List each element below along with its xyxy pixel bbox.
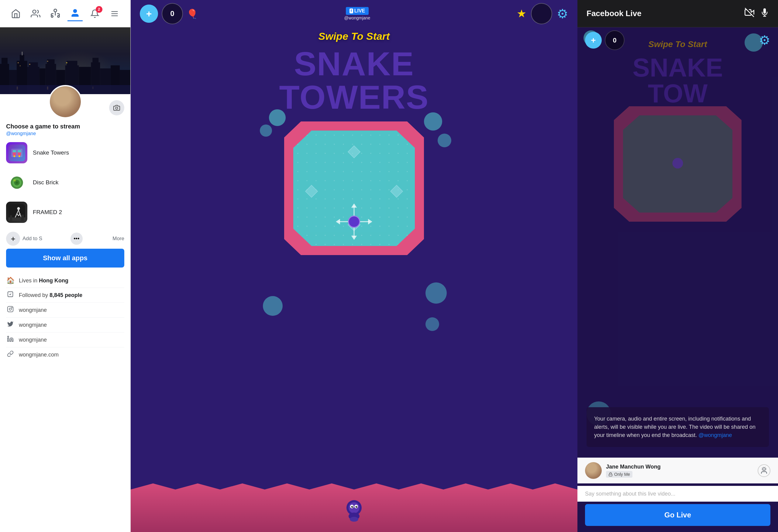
live-username: @wongmjane (344, 15, 371, 20)
svg-point-91 (763, 468, 766, 470)
game-item-framed-2[interactable]: FRAMED 2 (3, 197, 127, 227)
profile-username[interactable]: @wongmjane (6, 131, 124, 136)
middle-panel: + 0 🎈 f LIVE @wongmjane ★ ⚙ Swipe To Sta… (131, 0, 577, 532)
info-twitter[interactable]: wongmjane (6, 318, 124, 333)
game-icon-framed-2 (6, 202, 27, 223)
more-dots-button[interactable]: ••• (71, 233, 83, 245)
right-score-badge: 0 (605, 30, 625, 50)
right-panel: Facebook Live (577, 0, 778, 532)
nav-menu[interactable] (107, 6, 122, 21)
game-title-snake: SNAKE (131, 47, 577, 80)
cover-area (0, 27, 130, 118)
svg-rect-13 (22, 52, 22, 55)
svg-point-84 (357, 506, 357, 507)
svg-point-53 (17, 207, 20, 210)
plus-icon: + (6, 232, 20, 246)
camera-off-button[interactable] (745, 8, 754, 19)
add-shortcut-button[interactable]: + Add to S (6, 232, 42, 246)
svg-point-50 (15, 181, 18, 183)
description-input-area[interactable]: Say something about this live video... (577, 486, 778, 502)
svg-point-59 (9, 308, 11, 310)
svg-marker-66 (305, 185, 318, 197)
right-snake-ball (673, 158, 683, 169)
user-name: Jane Manchun Wong (606, 464, 758, 470)
user-info-row: Jane Manchun Wong Only Me (585, 462, 758, 479)
bottom-character (342, 499, 366, 523)
svg-point-4 (74, 9, 77, 13)
warning-link[interactable]: @wongmjane (698, 432, 732, 438)
svg-point-81 (351, 506, 353, 508)
svg-rect-21 (67, 61, 77, 66)
score-badge-right (531, 3, 552, 24)
twitter-handle: wongmjane (19, 322, 47, 328)
svg-point-86 (350, 517, 358, 522)
bottom-snake-svg (342, 499, 366, 523)
svg-marker-70 (351, 203, 357, 208)
game-icon-disc-brick (6, 172, 27, 193)
more-label: More (112, 236, 124, 242)
info-linkedin[interactable]: wongmjane (6, 333, 124, 347)
fb-live-header: Facebook Live (577, 0, 778, 27)
instagram-handle: wongmjane (19, 307, 47, 314)
right-add-button: + (585, 32, 602, 49)
privacy-selector[interactable]: Only Me (606, 471, 632, 478)
svg-rect-26 (66, 62, 67, 63)
info-website[interactable]: wongmjane.com (6, 347, 124, 362)
check-icon (6, 291, 15, 299)
notification-badge: 2 (96, 6, 102, 13)
game-name-disc-brick: Disc Brick (33, 179, 58, 186)
audience-button[interactable] (758, 464, 770, 477)
instagram-icon (6, 306, 15, 314)
nav-friends[interactable] (28, 6, 43, 21)
svg-marker-76 (368, 219, 372, 225)
svg-rect-61 (8, 338, 9, 341)
go-live-button[interactable]: Go Live (585, 504, 770, 526)
profile-avatar[interactable] (49, 85, 82, 118)
framed-2-icon (8, 204, 25, 221)
show-all-apps-button[interactable]: Show all apps (6, 249, 124, 268)
right-game-title: SNAKE TOW (577, 55, 778, 106)
svg-rect-34 (17, 87, 18, 90)
game-item-snake-towers[interactable]: Snake Towers (3, 138, 127, 168)
warning-overlay: Your camera, audio and entire screen, in… (587, 407, 769, 447)
description-placeholder: Say something about this live video... (585, 491, 675, 497)
svg-marker-72 (351, 236, 357, 240)
choose-game-title: Choose a game to stream (6, 123, 80, 130)
nav-notifications[interactable]: 2 (87, 6, 102, 21)
svg-rect-29 (92, 58, 98, 63)
profile-info: 🏠 Lives in Hong Kong Followed by 8,845 p… (0, 271, 130, 364)
bubble-4 (438, 134, 451, 147)
linkedin-handle: wongmjane (19, 337, 47, 343)
privacy-label: Only Me (614, 472, 630, 477)
svg-marker-67 (391, 185, 403, 197)
svg-marker-65 (348, 146, 360, 158)
svg-rect-58 (8, 306, 13, 312)
bubble-2 (260, 124, 272, 137)
user-row: Jane Manchun Wong Only Me (577, 458, 778, 483)
add-button[interactable]: + (140, 5, 158, 23)
nav-home[interactable] (8, 6, 23, 21)
info-followers: Followed by 8,845 people (6, 288, 124, 303)
left-panel: 2 (0, 0, 131, 532)
location-text: Lives in Hong Kong (19, 277, 68, 284)
microphone-button[interactable] (760, 8, 769, 19)
game-name-snake-towers: Snake Towers (33, 150, 69, 156)
info-instagram[interactable]: wongmjane (6, 303, 124, 318)
camera-button[interactable] (109, 100, 124, 115)
right-gear-icon: ⚙ (759, 33, 770, 48)
game-title: SNAKE TOWERS (131, 47, 577, 114)
game-item-disc-brick[interactable]: Disc Brick (3, 168, 127, 197)
gear-icon[interactable]: ⚙ (557, 6, 568, 21)
nav-profile[interactable] (68, 6, 83, 21)
game-playfield (278, 115, 430, 328)
svg-rect-22 (18, 62, 19, 63)
info-location: 🏠 Lives in Hong Kong (6, 274, 124, 288)
followers-text: Followed by 8,845 people (19, 292, 82, 298)
live-badge: f LIVE @wongmjane (344, 7, 371, 20)
game-title-towers: TOWERS (131, 80, 577, 114)
nav-groups[interactable] (48, 6, 63, 21)
star-icon: ★ (517, 7, 526, 20)
lock-icon (608, 472, 613, 476)
link-icon (6, 350, 15, 359)
svg-point-78 (348, 502, 360, 513)
